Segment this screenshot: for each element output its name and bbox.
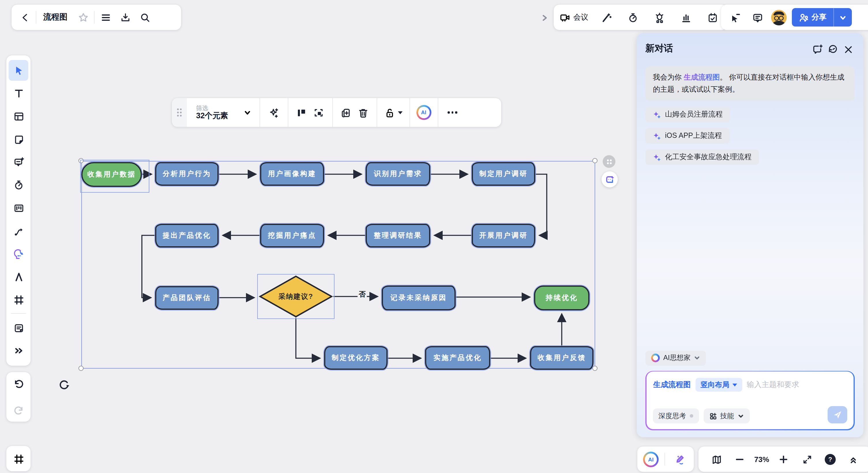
- rotate-selection-handle[interactable]: [58, 378, 71, 392]
- back-button[interactable]: [16, 9, 33, 26]
- history-button[interactable]: [825, 41, 840, 56]
- sidebar-tool-timer[interactable]: [9, 175, 28, 195]
- sidebar-tool-sticky-note[interactable]: [9, 129, 28, 150]
- assistant-message: 我会为你 生成流程图。 你可以直接在对话框中输入你想生成的主题，或试试以下案例。: [645, 66, 855, 101]
- align-button[interactable]: [293, 104, 310, 121]
- sidebar-tool-template[interactable]: [9, 106, 28, 127]
- avatar[interactable]: [771, 9, 787, 25]
- copy-plus-icon: [340, 107, 351, 118]
- sidebar-tool-text[interactable]: [9, 83, 28, 104]
- sidebar-tool-marker-pen[interactable]: [9, 266, 28, 287]
- brainstorm-button[interactable]: [651, 9, 668, 26]
- suggestion-chip[interactable]: 化工安全事故应急处理流程: [645, 149, 759, 165]
- divider: [11, 314, 26, 314]
- undo-button[interactable]: [9, 373, 28, 394]
- favorite-button[interactable]: [74, 9, 92, 26]
- new-chat-button[interactable]: [810, 41, 825, 56]
- delete-button[interactable]: [354, 104, 372, 121]
- redo-button[interactable]: [9, 400, 28, 420]
- selection-handle-tl[interactable]: [79, 158, 84, 163]
- toolbar-drag-handle[interactable]: [172, 98, 187, 127]
- flow-node[interactable]: 挖掘用户痛点: [260, 224, 324, 248]
- selection-handle-tr[interactable]: [592, 158, 597, 163]
- zoom-level[interactable]: 73%: [754, 455, 769, 464]
- ai-chat-panel: 新对话 我会为你 生成流程图。 你可以直接在对话框中输入你想生成的主题，或试试以…: [637, 33, 863, 437]
- agent-selector[interactable]: AI思想家: [645, 351, 706, 366]
- flow-node[interactable]: 产品团队评估: [155, 286, 219, 310]
- send-button[interactable]: [828, 406, 847, 424]
- sidebar-tool-comment-add[interactable]: [9, 152, 28, 172]
- flow-node[interactable]: 提出产品优化: [155, 224, 219, 248]
- collapse-bar-button[interactable]: [845, 450, 862, 468]
- selection-handle-bl[interactable]: [79, 366, 84, 371]
- comments-button[interactable]: [749, 9, 766, 26]
- selection-menu-button[interactable]: [603, 155, 615, 168]
- skills-dropdown[interactable]: 技能: [703, 409, 749, 424]
- fit-screen-button[interactable]: [798, 450, 815, 468]
- double-chevron-right-icon: [14, 346, 23, 355]
- ai-assistant-button[interactable]: AI: [643, 451, 659, 467]
- panel-collapse-button[interactable]: [535, 9, 553, 26]
- document-title[interactable]: 流程图: [39, 12, 72, 23]
- frames-panel-button[interactable]: [6, 446, 31, 471]
- sparkle-icon: [653, 111, 661, 119]
- top-left-toolbar: 流程图: [11, 5, 181, 30]
- sidebar-tool-ai-assistant[interactable]: [9, 244, 28, 264]
- sidebar-tool-frame[interactable]: [9, 289, 28, 310]
- zoom-in-button[interactable]: [775, 450, 793, 468]
- generate-flowchart-link[interactable]: 生成流程图: [684, 73, 720, 81]
- tasks-button[interactable]: [704, 9, 721, 26]
- close-panel-button[interactable]: [840, 41, 855, 56]
- flow-node[interactable]: 分析用户行为: [155, 162, 219, 186]
- composer-placeholder[interactable]: 输入主题和要求: [747, 380, 799, 390]
- flow-node[interactable]: 开展用户调研: [472, 224, 535, 248]
- timer-button[interactable]: [624, 9, 642, 26]
- comment-icon: [752, 12, 763, 23]
- sidebar-tool-more[interactable]: [9, 340, 28, 361]
- flow-node[interactable]: 制定用户调研: [472, 162, 535, 186]
- minimap-button[interactable]: [708, 450, 725, 468]
- sidebar-tool-select[interactable]: [9, 60, 28, 81]
- flow-node[interactable]: 用户画像构建: [260, 162, 324, 186]
- help-button[interactable]: ?: [822, 450, 839, 468]
- flow-node[interactable]: 持续优化: [534, 286, 589, 310]
- flow-node[interactable]: 制定优化方案: [324, 346, 388, 370]
- duplicate-button[interactable]: [337, 104, 354, 121]
- sparkle-icon: [653, 153, 661, 161]
- magic-pen-button[interactable]: [671, 450, 688, 468]
- main-menu-button[interactable]: [97, 9, 114, 26]
- suggestion-chip[interactable]: 山姆会员注册流程: [645, 107, 730, 122]
- share-label: 分享: [811, 12, 827, 23]
- follow-cursor-button[interactable]: [726, 9, 743, 26]
- poll-button[interactable]: [678, 9, 695, 26]
- layout-option-dropdown[interactable]: 竖向布局: [695, 378, 742, 392]
- flow-node-decision[interactable]: 采纳建议?: [258, 275, 333, 318]
- flow-node[interactable]: 整理调研结果: [366, 224, 430, 248]
- flow-node[interactable]: 收集用户反馈: [530, 346, 593, 370]
- suggestion-chip[interactable]: iOS APP上架流程: [645, 128, 729, 144]
- selection-handle-br[interactable]: [592, 366, 597, 371]
- share-dropdown-button[interactable]: [834, 8, 852, 27]
- frame-fit-button[interactable]: [310, 104, 327, 121]
- ai-chat-bubble-button[interactable]: [601, 171, 618, 187]
- ai-assistant-button[interactable]: AI: [415, 104, 432, 121]
- laser-pointer-button[interactable]: [597, 9, 615, 26]
- caret-down: [398, 111, 402, 114]
- sidebar-tool-kanban[interactable]: [9, 197, 28, 218]
- flow-node[interactable]: 记录未采纳原因: [382, 286, 456, 310]
- more-options-button[interactable]: [444, 104, 461, 121]
- sidebar-tool-connector[interactable]: [9, 221, 28, 242]
- selection-filter-dropdown[interactable]: 筛选 32个元素: [187, 104, 259, 121]
- zoom-out-button[interactable]: [731, 450, 748, 468]
- lock-dropdown-button[interactable]: [384, 107, 402, 118]
- flow-node[interactable]: 识别用户需求: [366, 162, 430, 186]
- deep-think-toggle[interactable]: 深度思考: [653, 409, 699, 424]
- flow-node[interactable]: 实施产品优化: [425, 346, 490, 370]
- export-button[interactable]: [117, 9, 134, 26]
- search-button[interactable]: [136, 9, 153, 26]
- flow-node[interactable]: 收集用户数据: [81, 162, 142, 187]
- share-button[interactable]: 分享: [792, 8, 852, 27]
- sidebar-tool-notes[interactable]: [9, 318, 28, 338]
- magic-beautify-button[interactable]: [265, 104, 282, 121]
- meeting-button[interactable]: 会议: [559, 12, 588, 23]
